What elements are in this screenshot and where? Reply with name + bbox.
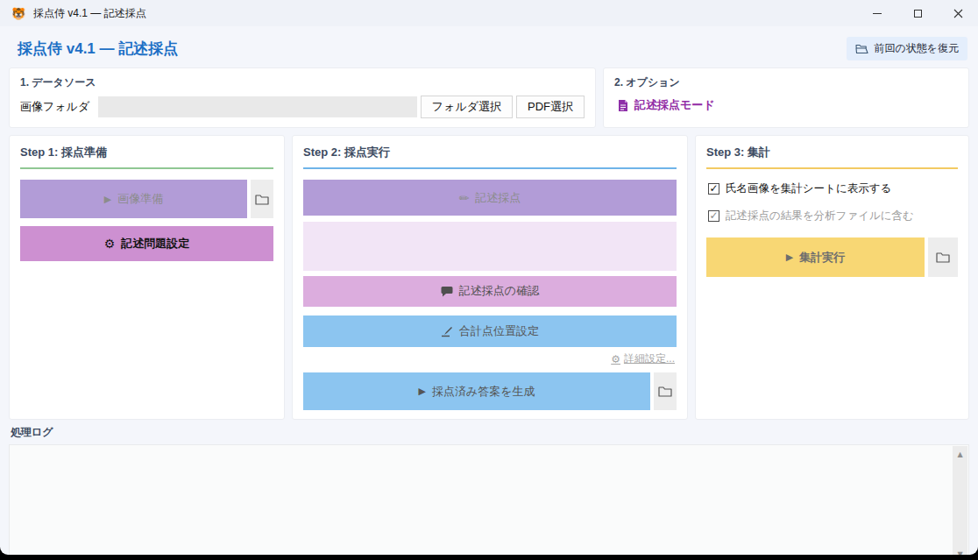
grading-review-label: 記述採点の確認 <box>459 283 539 299</box>
folder-icon <box>255 194 269 205</box>
datasource-card: 1. データソース 画像フォルダ フォルダ選択 PDF選択 <box>9 67 596 128</box>
restore-state-button[interactable]: 前回の状態を復元 <box>847 37 967 60</box>
folder-select-button[interactable]: フォルダ選択 <box>421 96 513 118</box>
step2-title: Step 2: 採点実行 <box>303 145 677 160</box>
close-button[interactable] <box>938 0 978 26</box>
pen-icon <box>441 325 453 337</box>
step1-panel: Step 1: 採点準備 ▶ 画像準備 ⚙ 記述問題 <box>9 135 285 420</box>
total-score-position-button[interactable]: 合計点位置設定 <box>303 315 677 347</box>
run-aggregation-button[interactable]: ▶ 集計実行 <box>706 237 925 277</box>
maximize-button[interactable] <box>897 0 938 26</box>
generate-graded-answers-button[interactable]: ▶ 採点済み答案を生成 <box>303 372 650 410</box>
datasource-row: 画像フォルダ フォルダ選択 PDF選択 <box>20 96 585 118</box>
titlebar: 🐯 採点侍 v4.1 — 記述採点 <box>0 0 978 26</box>
speech-bubble-icon <box>441 286 453 297</box>
document-edit-icon <box>618 99 629 112</box>
folder-icon <box>658 386 672 397</box>
image-folder-label: 画像フォルダ <box>20 99 89 115</box>
step1-open-folder-button[interactable] <box>251 180 273 218</box>
question-settings-button[interactable]: ⚙ 記述問題設定 <box>20 226 273 261</box>
show-name-images-checkbox[interactable]: ✓ 氏名画像を集計シートに表示する <box>708 181 956 196</box>
descriptive-grading-label: 記述採点 <box>475 190 521 206</box>
image-prepare-label: 画像準備 <box>117 191 163 207</box>
step1-accent-line <box>20 167 273 169</box>
step3-panel: Step 3: 集計 ✓ 氏名画像を集計シートに表示する ✓ 記述採点の結果を分… <box>695 135 969 420</box>
step1-title: Step 1: 採点準備 <box>20 145 273 160</box>
page-title: 採点侍 v4.1 — 記述採点 <box>18 39 178 59</box>
spacer <box>303 307 677 315</box>
advanced-settings-link[interactable]: ⚙ 詳細設定... <box>611 351 675 366</box>
step3-open-folder-button[interactable] <box>928 237 958 277</box>
pdf-select-button[interactable]: PDF選択 <box>516 96 585 118</box>
advanced-settings-row: ⚙ 詳細設定... <box>303 347 677 372</box>
scroll-down-icon[interactable]: ▼ <box>957 546 962 555</box>
minimize-button[interactable] <box>857 0 897 26</box>
scroll-up-icon[interactable]: ▲ <box>957 446 962 463</box>
step3-accent-line <box>706 167 958 169</box>
header-row: 採点侍 v4.1 — 記述採点 前回の状態を復元 <box>9 26 969 67</box>
run-aggregation-label: 集計実行 <box>799 250 845 266</box>
play-icon: ▶ <box>104 194 111 205</box>
window-title: 採点侍 v4.1 — 記述採点 <box>33 6 146 21</box>
pencil-icon: ✏ <box>459 191 470 205</box>
options-card: 2. オプション 記述採点モード <box>603 67 969 128</box>
gear-icon: ⚙ <box>104 237 116 251</box>
restore-state-label: 前回の状態を復元 <box>874 41 959 56</box>
grading-mode-label: 記述採点モード <box>634 97 715 113</box>
descriptive-grading-button[interactable]: ✏ 記述採点 <box>303 180 677 216</box>
folder-open-icon <box>855 43 868 54</box>
image-folder-input[interactable] <box>98 96 417 117</box>
log-textarea[interactable] <box>10 445 953 555</box>
step2-open-folder-button[interactable] <box>654 372 677 410</box>
spacer <box>20 218 273 226</box>
caption-buttons <box>857 0 978 26</box>
minimize-icon <box>873 13 882 14</box>
grading-review-button[interactable]: 記述採点の確認 <box>303 276 677 307</box>
step3-title: Step 3: 集計 <box>706 145 958 160</box>
checkbox-checked-icon: ✓ <box>708 210 719 222</box>
include-results-label: 記述採点の結果を分析ファイルに含む <box>726 209 914 223</box>
app-icon: 🐯 <box>11 7 26 20</box>
total-score-position-label: 合計点位置設定 <box>459 323 539 339</box>
maximize-icon <box>914 10 922 18</box>
advanced-settings-label: 詳細設定... <box>624 351 675 366</box>
main-content: 採点侍 v4.1 — 記述採点 前回の状態を復元 1. データソース 画像フォル… <box>0 26 978 555</box>
play-icon: ▶ <box>786 252 793 263</box>
image-prepare-button[interactable]: ▶ 画像準備 <box>20 180 247 218</box>
steps-row: Step 1: 採点準備 ▶ 画像準備 ⚙ 記述問題 <box>9 135 969 420</box>
step2-panel: Step 2: 採点実行 ✏ 記述採点 記述採点の確認 <box>292 135 688 420</box>
generate-graded-answers-label: 採点済み答案を生成 <box>432 384 535 400</box>
datasource-title: 1. データソース <box>20 75 585 90</box>
log-title: 処理ログ <box>9 425 969 440</box>
log-section: 処理ログ ▲ ▼ <box>9 425 969 555</box>
include-results-checkbox[interactable]: ✓ 記述採点の結果を分析ファイルに含む <box>708 209 956 223</box>
step2-accent-line <box>303 167 677 169</box>
grading-mode-row: 記述採点モード <box>618 97 958 113</box>
play-icon: ▶ <box>418 386 425 397</box>
options-title: 2. オプション <box>614 75 958 90</box>
log-area: ▲ ▼ <box>9 444 969 555</box>
close-icon <box>953 9 963 18</box>
folder-icon <box>936 252 950 263</box>
question-settings-label: 記述問題設定 <box>121 236 189 252</box>
step1-prepare-row: ▶ 画像準備 <box>20 180 273 218</box>
app-window: 🐯 採点侍 v4.1 — 記述採点 採点侍 v4.1 — 記述採点 前回の状態を… <box>0 0 978 555</box>
log-scrollbar[interactable]: ▲ ▼ <box>953 446 967 555</box>
aggregate-row: ▶ 集計実行 <box>706 237 958 277</box>
gear-icon: ⚙ <box>611 353 620 365</box>
top-cards-row: 1. データソース 画像フォルダ フォルダ選択 PDF選択 2. オプション <box>9 67 969 128</box>
checkbox-checked-icon: ✓ <box>708 183 719 195</box>
step2-empty-panel <box>303 222 677 271</box>
generate-row: ▶ 採点済み答案を生成 <box>303 372 677 410</box>
show-name-images-label: 氏名画像を集計シートに表示する <box>726 181 891 196</box>
